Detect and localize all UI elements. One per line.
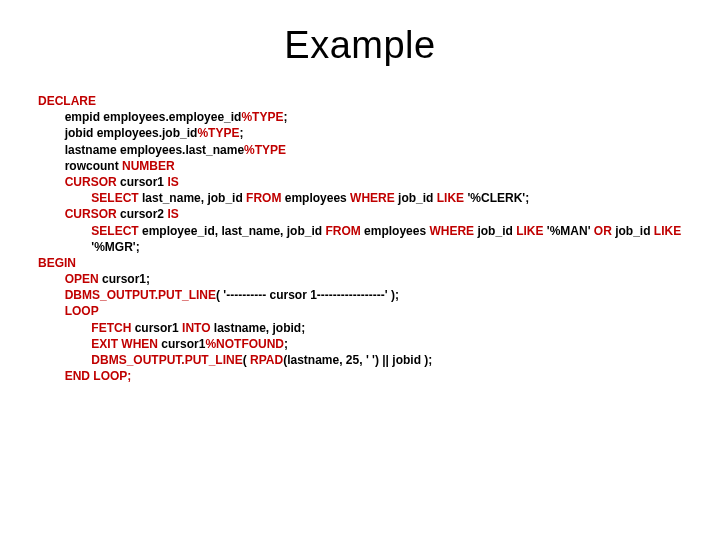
kw-begin: BEGIN [38,256,76,270]
t-clerk: '%CLERK'; [464,191,529,205]
t-sel2: employee_id, last_name, job_id [139,224,326,238]
line-mgr: '%MGR'; [38,240,140,254]
kw-type3: %TYPE [244,143,286,157]
kw-type2: %TYPE [197,126,239,140]
kw-where2: WHERE [429,224,474,238]
kw-like1: LIKE [437,191,464,205]
t-openc1: cursor1; [99,272,150,286]
kw-select2: SELECT [38,224,139,238]
t-rpadargs: (lastname, 25, ' ') || jobid ); [283,353,432,367]
kw-is1: IS [167,175,178,189]
kw-from1: FROM [246,191,281,205]
kw-loop: LOOP [38,304,99,318]
kw-open: OPEN [38,272,99,286]
line-rowcount: rowcount [38,159,122,173]
t-jid3: job_id [612,224,654,238]
kw-into: INTO [182,321,210,335]
slide: Example DECLARE empid employees.employee… [0,0,720,540]
kw-rpad: RPAD [250,353,283,367]
kw-select1: SELECT [38,191,139,205]
kw-or: OR [594,224,612,238]
semi1: ; [283,110,287,124]
t-jid2: job_id [474,224,516,238]
kw-cursor1: CURSOR [38,175,117,189]
line-empid: empid employees.employee_id [38,110,241,124]
t-intoargs: lastname, jobid; [211,321,306,335]
t-c1: cursor1 [117,175,168,189]
kw-declare: DECLARE [38,94,96,108]
kw-where1: WHERE [350,191,395,205]
t-c2: cursor2 [117,207,168,221]
kw-from2: FROM [325,224,360,238]
t-paren: ( [243,353,250,367]
kw-cursor2: CURSOR [38,207,117,221]
t-dbms1arg: ( '---------- cursor 1-----------------'… [216,288,399,302]
kw-number: NUMBER [122,159,175,173]
semi2: ; [239,126,243,140]
kw-is2: IS [167,207,178,221]
code-block: DECLARE empid employees.employee_id%TYPE… [38,93,682,384]
kw-like2: LIKE [516,224,543,238]
line-lastname: lastname employees.last_name [38,143,244,157]
kw-type1: %TYPE [241,110,283,124]
t-emp1: employees [281,191,350,205]
kw-notfound: %NOTFOUND [205,337,284,351]
t-man: '%MAN' [543,224,593,238]
kw-like3: LIKE [654,224,681,238]
line-jobid: jobid employees.job_id [38,126,197,140]
kw-exitwhen: EXIT WHEN [38,337,158,351]
t-jid1: job_id [395,191,437,205]
t-c1b: cursor1 [158,337,205,351]
kw-dbms1: DBMS_OUTPUT.PUT_LINE [38,288,216,302]
t-emp2: employees [361,224,430,238]
kw-endloop: END LOOP; [38,369,131,383]
t-sel1: last_name, job_id [139,191,246,205]
slide-title: Example [38,24,682,67]
t-fc1: cursor1 [131,321,182,335]
kw-fetch: FETCH [38,321,131,335]
semi3: ; [284,337,288,351]
kw-dbms2: DBMS_OUTPUT.PUT_LINE [38,353,243,367]
